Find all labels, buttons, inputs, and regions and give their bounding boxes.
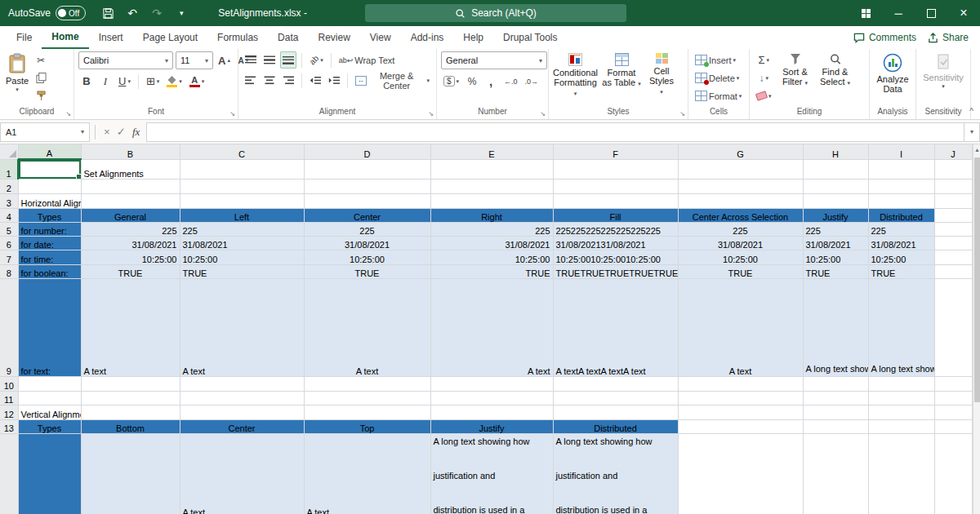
column-header-G[interactable]: G <box>678 144 803 159</box>
autosave-toggle[interactable]: AutoSave Off <box>8 6 86 20</box>
cell-bottom-aligned[interactable] <box>81 433 180 514</box>
column-header-F[interactable]: F <box>553 144 678 159</box>
quick-access-caret-button[interactable]: ▾ <box>169 0 194 26</box>
row-header-11[interactable]: 11 <box>0 391 18 405</box>
cell[interactable] <box>553 405 678 419</box>
cell[interactable] <box>678 391 803 405</box>
dialog-launcher-icon[interactable]: ↘ <box>428 111 434 117</box>
cell[interactable] <box>803 433 868 514</box>
cell[interactable] <box>430 193 553 208</box>
format-cells-button[interactable]: Format▾ <box>693 87 745 104</box>
header-cell[interactable]: Justify <box>430 419 553 433</box>
cell[interactable] <box>553 159 678 179</box>
cell[interactable] <box>81 391 180 405</box>
cell[interactable]: 10:25:0010:25:0010:25:00 <box>553 250 678 264</box>
row-header-10[interactable]: 10 <box>0 376 18 391</box>
cell[interactable]: 10:25:00 <box>430 250 553 264</box>
tab-insert[interactable]: Insert <box>89 26 133 49</box>
font-name-select[interactable]: Calibri ▾ <box>78 51 173 69</box>
cell[interactable] <box>803 419 868 433</box>
underline-button[interactable]: U▾ <box>116 73 133 90</box>
cell[interactable] <box>934 264 972 278</box>
collapse-ribbon-button[interactable]: ^ <box>969 107 973 116</box>
cell[interactable]: 31/08/2021 <box>430 236 553 250</box>
share-button[interactable]: Share <box>928 32 969 43</box>
cell[interactable] <box>180 405 304 419</box>
cell[interactable] <box>868 391 934 405</box>
header-cell[interactable]: Distributed <box>553 419 678 433</box>
row-header-13[interactable]: 13 <box>0 419 18 433</box>
tab-file[interactable]: File <box>7 26 42 49</box>
sensitivity-button[interactable]: Sensitivity ▾ <box>920 51 966 91</box>
delete-cells-button[interactable]: Delete▾ <box>693 69 745 86</box>
cell[interactable] <box>934 278 972 376</box>
comma-style-button[interactable]: , <box>483 73 499 90</box>
type-label-cell[interactable]: for text: <box>18 278 81 376</box>
tab-page-layout[interactable]: Page Layout <box>133 26 207 49</box>
undo-button[interactable]: ↶ <box>120 0 145 26</box>
cell[interactable]: 10:25:00 <box>803 250 868 264</box>
wrap-text-button[interactable]: ab↩ Wrap Text <box>336 51 398 69</box>
cell[interactable]: 10:25:00 <box>304 250 430 264</box>
dialog-launcher-icon[interactable]: ↘ <box>540 111 546 117</box>
type-label-cell[interactable] <box>18 433 81 514</box>
cell[interactable] <box>678 159 803 179</box>
percent-style-button[interactable]: % <box>464 73 480 90</box>
scroll-up-icon[interactable]: ▲ <box>974 144 980 156</box>
cell[interactable]: TRUE <box>803 264 868 278</box>
column-header-C[interactable]: C <box>180 144 304 159</box>
formula-input[interactable] <box>146 122 964 142</box>
cell[interactable] <box>934 159 972 179</box>
cell[interactable]: 10:25:00 <box>868 250 934 264</box>
increase-decimal-button[interactable]: ←.0 <box>501 73 520 90</box>
number-format-select[interactable]: General ▾ <box>441 51 547 69</box>
fill-button[interactable]: ↓▾ <box>754 69 774 86</box>
cell[interactable] <box>304 391 430 405</box>
cancel-entry-button[interactable]: × <box>104 126 110 138</box>
minimize-button[interactable]: ─ <box>882 0 915 26</box>
cell[interactable] <box>180 159 304 179</box>
cell[interactable]: TRUE <box>868 264 934 278</box>
cell[interactable] <box>678 405 803 419</box>
cell[interactable]: TRUE <box>430 264 553 278</box>
type-label-cell[interactable]: for boolean: <box>18 264 81 278</box>
cell[interactable] <box>678 433 803 514</box>
format-painter-button[interactable] <box>33 87 49 104</box>
row-header-1[interactable]: 1 <box>0 159 18 179</box>
cell[interactable] <box>868 405 934 419</box>
cell[interactable] <box>430 405 553 419</box>
cell[interactable] <box>803 159 868 179</box>
cell[interactable]: 10:25:00 <box>678 250 803 264</box>
paste-button[interactable]: Paste ▾ <box>4 51 30 94</box>
header-cell[interactable]: Distributed <box>868 208 934 222</box>
cell[interactable] <box>934 208 972 222</box>
comments-button[interactable]: Comments <box>853 32 916 43</box>
cell[interactable] <box>868 419 934 433</box>
cell-center-aligned[interactable]: A text <box>180 433 304 514</box>
font-color-button[interactable]: A ▾ <box>187 73 207 90</box>
row-header-6[interactable]: 6 <box>0 236 18 250</box>
insert-function-button[interactable]: fx <box>132 126 140 139</box>
cell[interactable] <box>18 391 81 405</box>
cell-distributed-text[interactable]: A long text showing how justification an… <box>868 278 934 376</box>
cell[interactable] <box>304 179 430 193</box>
sheet-title-cell[interactable]: Set Alignments <box>81 159 180 179</box>
row-header-2[interactable]: 2 <box>0 179 18 193</box>
cell[interactable] <box>803 193 868 208</box>
increase-indent-button[interactable] <box>326 72 342 89</box>
header-cell[interactable]: General <box>81 208 180 222</box>
cell[interactable] <box>868 159 934 179</box>
cell[interactable] <box>553 376 678 391</box>
decrease-decimal-button[interactable]: .0→ <box>523 73 541 90</box>
cell[interactable]: 225 <box>81 222 180 236</box>
cell[interactable] <box>934 376 972 391</box>
align-top-button[interactable] <box>243 51 259 69</box>
cell[interactable] <box>678 179 803 193</box>
vertical-scrollbar[interactable]: ▲ <box>973 144 980 514</box>
type-label-cell[interactable]: for date: <box>18 236 81 250</box>
row-header-14[interactable] <box>0 433 18 514</box>
row-header-8[interactable]: 8 <box>0 264 18 278</box>
tab-review[interactable]: Review <box>308 26 359 49</box>
cell[interactable]: 31/08/202131/08/2021 <box>553 236 678 250</box>
cell[interactable] <box>81 179 180 193</box>
